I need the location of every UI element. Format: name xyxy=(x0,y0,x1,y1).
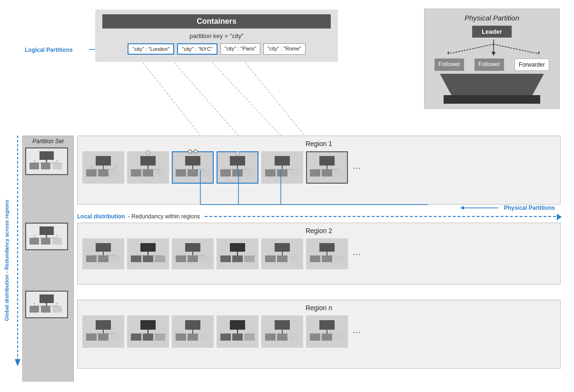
svg-rect-133 xyxy=(155,333,165,341)
svg-rect-151 xyxy=(310,333,320,341)
svg-rect-121 xyxy=(322,255,332,262)
svg-rect-33 xyxy=(41,306,50,313)
physical-partitions-label: Physical Partitions xyxy=(464,205,555,211)
svg-rect-70 xyxy=(277,169,287,176)
region1-partition-6 xyxy=(306,151,348,184)
region-n-box: Region n ··· xyxy=(77,300,561,369)
svg-rect-69 xyxy=(265,169,276,176)
svg-rect-112 xyxy=(244,255,255,262)
region1-partition-1 xyxy=(82,151,124,184)
svg-rect-51 xyxy=(131,169,141,176)
svg-rect-59 xyxy=(199,169,210,176)
svg-marker-3 xyxy=(493,52,495,55)
svg-rect-131 xyxy=(131,333,141,341)
svg-rect-64 xyxy=(232,169,243,176)
svg-marker-80 xyxy=(460,206,464,210)
svg-rect-77 xyxy=(334,169,344,176)
svg-rect-49 xyxy=(140,156,156,166)
partition-set-column: Partition Set xyxy=(22,136,74,382)
svg-rect-117 xyxy=(289,255,299,262)
partition-set-icon-1 xyxy=(25,147,71,175)
svg-rect-63 xyxy=(220,169,231,176)
region-2-title: Region 2 xyxy=(82,227,555,235)
local-dist-label: Local distribution xyxy=(77,213,125,220)
svg-marker-5 xyxy=(538,51,540,55)
containers-title: Containers xyxy=(102,14,331,29)
svg-rect-116 xyxy=(277,255,287,262)
partition-key-rome: "city" : "Rome" xyxy=(263,43,306,55)
svg-rect-122 xyxy=(334,255,344,262)
forwarder-box: Forwarder xyxy=(515,59,549,71)
svg-rect-61 xyxy=(230,156,245,166)
svg-rect-44 xyxy=(110,169,120,176)
svg-rect-126 xyxy=(98,333,109,341)
svg-rect-136 xyxy=(176,333,186,341)
region-1-box: Region 1 xyxy=(77,136,561,205)
region-n-title: Region n xyxy=(82,304,555,312)
region1-partition-4 xyxy=(217,151,258,184)
svg-rect-92 xyxy=(86,255,97,262)
svg-rect-120 xyxy=(310,255,320,262)
svg-rect-53 xyxy=(155,169,165,176)
svg-rect-118 xyxy=(319,243,335,252)
partition-set-icon-3 xyxy=(25,291,71,318)
svg-rect-110 xyxy=(220,255,231,262)
partition-key-paris: "city" : "Paris" xyxy=(220,43,260,55)
svg-rect-73 xyxy=(319,156,335,166)
physical-partition-title: Physical Partition xyxy=(429,14,554,22)
region1-partition-2 xyxy=(127,151,169,184)
svg-rect-13 xyxy=(41,163,50,169)
svg-rect-14 xyxy=(52,163,62,169)
svg-rect-127 xyxy=(110,333,120,341)
physical-partition-box: Physical Partition Leader xyxy=(424,9,560,109)
svg-rect-55 xyxy=(185,156,200,166)
svg-rect-142 xyxy=(232,333,243,341)
partition-set-icon-2 xyxy=(25,223,71,250)
follower2-box: Follower xyxy=(475,59,504,71)
svg-rect-96 xyxy=(140,243,156,252)
svg-rect-152 xyxy=(322,333,332,341)
region1-partition-3 xyxy=(172,151,214,184)
svg-rect-71 xyxy=(289,169,299,176)
svg-rect-123 xyxy=(96,320,111,330)
follower1-box: Follower xyxy=(435,59,464,71)
svg-rect-146 xyxy=(265,333,276,341)
local-distribution-row: Local distribution - Redundancy within r… xyxy=(77,213,561,220)
svg-rect-144 xyxy=(275,320,290,330)
svg-rect-34 xyxy=(52,306,62,313)
svg-rect-129 xyxy=(140,320,156,330)
svg-rect-141 xyxy=(220,333,231,341)
svg-rect-57 xyxy=(176,169,186,176)
svg-line-2 xyxy=(494,44,539,54)
svg-rect-10 xyxy=(40,151,54,160)
svg-rect-153 xyxy=(334,333,344,341)
svg-rect-138 xyxy=(199,333,210,341)
svg-line-1 xyxy=(448,44,494,54)
containers-subtitle: partition key = "city" xyxy=(102,32,331,39)
svg-rect-76 xyxy=(322,169,332,176)
svg-rect-102 xyxy=(185,243,200,252)
svg-rect-24 xyxy=(52,238,62,245)
svg-rect-94 xyxy=(110,255,120,262)
svg-rect-143 xyxy=(244,333,255,341)
svg-rect-132 xyxy=(143,333,153,341)
logical-partitions-label: Logical Partitions xyxy=(25,47,73,53)
svg-rect-137 xyxy=(188,333,198,341)
svg-rect-42 xyxy=(86,169,97,176)
svg-rect-32 xyxy=(30,306,39,313)
svg-rect-40 xyxy=(96,156,111,166)
svg-rect-108 xyxy=(230,243,245,252)
containers-box: Containers partition key = "city" "city"… xyxy=(95,10,338,62)
svg-line-84 xyxy=(243,59,305,136)
svg-line-83 xyxy=(209,59,281,136)
svg-rect-99 xyxy=(143,255,153,262)
svg-rect-52 xyxy=(143,169,153,176)
svg-rect-139 xyxy=(230,320,245,330)
svg-rect-149 xyxy=(319,320,335,330)
svg-rect-23 xyxy=(41,238,50,245)
svg-rect-93 xyxy=(98,255,109,262)
svg-rect-12 xyxy=(30,163,39,169)
region1-ellipsis: ··· xyxy=(351,162,361,173)
svg-rect-65 xyxy=(244,169,255,176)
region-2-box: Region 2 ··· xyxy=(77,223,561,284)
